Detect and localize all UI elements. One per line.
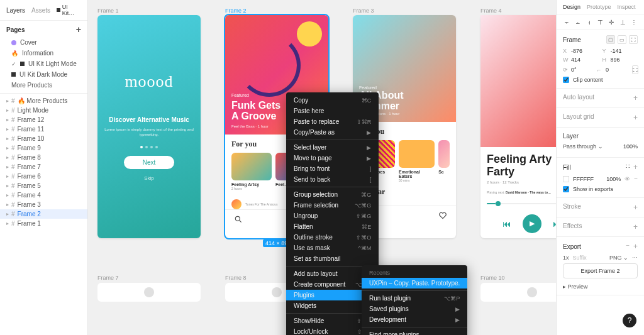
frame10-label[interactable]: Frame 10 bbox=[480, 275, 505, 281]
layout-grid-section[interactable]: Layout grid+ bbox=[557, 108, 644, 128]
x-input[interactable] bbox=[571, 48, 594, 54]
tab-assets[interactable]: Assets bbox=[31, 7, 50, 14]
resize-fill-icon[interactable]: ⛶ bbox=[629, 35, 638, 44]
menu-item[interactable]: Development▶ bbox=[362, 314, 467, 325]
frame4[interactable]: Art by Jean Li ⌄ Feeling ArtyFarty 2 hou… bbox=[480, 15, 556, 238]
layer-item[interactable]: ▸#Frame 5 bbox=[0, 181, 87, 190]
add-grid-icon[interactable]: + bbox=[633, 113, 638, 122]
search-icon[interactable] bbox=[234, 215, 243, 224]
remove-export-icon[interactable]: − bbox=[626, 242, 630, 251]
blend-mode-select[interactable]: Pass through ⌄ bbox=[563, 143, 603, 150]
tab-inspect[interactable]: Inspect bbox=[618, 4, 636, 10]
menu-item[interactable]: Find more plugins... bbox=[362, 329, 467, 335]
layer-item[interactable]: ▸#Frame 4 bbox=[0, 190, 87, 200]
playlist-card[interactable]: Sc bbox=[438, 140, 450, 182]
layer-item[interactable]: ▸#Frame 6 bbox=[0, 172, 87, 181]
stroke-section[interactable]: Stroke+ bbox=[557, 198, 644, 217]
align-hcenter-icon[interactable]: ⫠ bbox=[574, 18, 582, 26]
menu-item[interactable]: Outline stroke⇧⌘O bbox=[286, 232, 379, 243]
menu-item[interactable]: Copy⌘C bbox=[286, 95, 379, 106]
page-light-mode[interactable]: ✓UI Kit Light Mode bbox=[0, 58, 87, 69]
menu-item[interactable]: Run last plugin⌥⌘P bbox=[362, 293, 467, 304]
w-input[interactable] bbox=[571, 57, 594, 63]
effects-section[interactable]: Effects+ bbox=[557, 217, 644, 237]
menu-item[interactable]: Set as thumbnail bbox=[286, 253, 379, 264]
menu-item[interactable]: Select layer▶ bbox=[286, 142, 379, 153]
layer-item[interactable]: ▸#Frame 2 bbox=[0, 209, 87, 219]
align-bottom-icon[interactable]: ⊥ bbox=[619, 18, 626, 26]
resize-fixed-icon[interactable]: ▢ bbox=[606, 35, 615, 44]
scale-select[interactable]: 1x bbox=[563, 255, 569, 261]
layer-item[interactable]: ▸#Light Mode bbox=[0, 106, 87, 115]
menu-item[interactable]: Send to back[ bbox=[286, 174, 379, 185]
preview-toggle[interactable]: ▸ Preview bbox=[563, 283, 588, 290]
playlist-card[interactable]: Emotional Eaters50 mins bbox=[399, 140, 435, 182]
next-button[interactable]: Next bbox=[124, 156, 175, 169]
layer-item[interactable]: ▸#Frame 7 bbox=[0, 162, 87, 172]
show-exports-checkbox[interactable] bbox=[563, 186, 569, 192]
tab-prototype[interactable]: Prototype bbox=[587, 4, 611, 10]
skip-button[interactable]: Skip bbox=[144, 175, 154, 181]
export-options-icon[interactable]: ⋯ bbox=[632, 255, 638, 261]
add-fill-icon[interactable]: + bbox=[633, 163, 638, 172]
menu-item[interactable]: Group selection⌘G bbox=[286, 189, 379, 200]
menu-item[interactable]: Bring to front] bbox=[286, 163, 379, 174]
layer-item[interactable]: ▸#Frame 8 bbox=[0, 153, 87, 162]
auto-layout-section[interactable]: Auto layout+ bbox=[557, 89, 644, 108]
corner-details-icon[interactable]: ⛶ bbox=[632, 65, 638, 74]
frame1[interactable]: moood Discover Alternative Music Lorem i… bbox=[97, 15, 201, 238]
progress-bar[interactable] bbox=[487, 203, 556, 204]
radius-input[interactable] bbox=[606, 67, 628, 73]
frame7-label[interactable]: Frame 7 bbox=[97, 275, 119, 281]
help-button[interactable]: ? bbox=[623, 314, 636, 327]
h-input[interactable] bbox=[611, 57, 633, 63]
export-button[interactable]: Export Frame 2 bbox=[563, 263, 638, 278]
frame8-label[interactable]: Frame 8 bbox=[225, 275, 247, 281]
menu-item[interactable]: Paste here bbox=[286, 106, 379, 116]
fill-styles-icon[interactable]: ∷ bbox=[626, 163, 630, 172]
align-top-icon[interactable]: ⊤ bbox=[596, 18, 604, 26]
add-page-button[interactable]: + bbox=[76, 25, 81, 35]
playlist-card[interactable]: Feeling Artsy2 hours bbox=[231, 153, 272, 190]
add-stroke-icon[interactable]: + bbox=[633, 203, 638, 212]
layer-item[interactable]: ▸#Frame 10 bbox=[0, 134, 87, 143]
menu-item[interactable]: Copy/Paste as▶ bbox=[286, 127, 379, 138]
tab-design[interactable]: Design bbox=[563, 4, 580, 10]
layer-item[interactable]: ▸#🔥 More Products bbox=[0, 96, 87, 106]
clip-content-checkbox[interactable] bbox=[563, 77, 569, 83]
menu-item[interactable]: Frame selection⌥⌘G bbox=[286, 200, 379, 211]
menu-item[interactable]: Saved plugins▶ bbox=[362, 304, 467, 314]
layer-item[interactable]: ▸#Frame 1 bbox=[0, 219, 87, 228]
page-dark-mode[interactable]: UI Kit Dark Mode bbox=[0, 69, 87, 80]
menu-item[interactable]: Ungroup⇧⌘G bbox=[286, 211, 379, 221]
menu-item[interactable]: Paste to replace⇧⌘R bbox=[286, 116, 379, 127]
menu-item[interactable]: UXPin – Copy. Paste. Prototype. bbox=[362, 278, 467, 288]
frame4-label[interactable]: Frame 4 bbox=[480, 8, 502, 14]
page-chip[interactable]: UI Kit… bbox=[57, 4, 81, 16]
resize-hug-icon[interactable]: ▭ bbox=[618, 35, 626, 44]
frame2-label[interactable]: Frame 2 bbox=[225, 8, 247, 14]
page-information[interactable]: 🔥Information bbox=[0, 48, 87, 58]
eye-icon[interactable]: 👁 bbox=[625, 176, 630, 182]
play-button[interactable]: ▶ bbox=[523, 214, 541, 233]
menu-item[interactable]: Flatten⌘E bbox=[286, 221, 379, 232]
tab-layers[interactable]: Layers bbox=[6, 7, 25, 14]
frame10[interactable] bbox=[480, 283, 556, 302]
add-export-icon[interactable]: + bbox=[633, 242, 638, 251]
align-left-icon[interactable]: ⫟ bbox=[563, 18, 570, 26]
distribute-icon[interactable]: ⋮ bbox=[630, 18, 638, 26]
page-cover[interactable]: Cover bbox=[0, 37, 87, 48]
prev-track-icon[interactable]: ⏮ bbox=[502, 219, 511, 229]
remove-fill-icon[interactable]: − bbox=[634, 175, 638, 182]
add-autolayout-icon[interactable]: + bbox=[633, 94, 638, 102]
y-input[interactable] bbox=[611, 48, 633, 54]
menu-item[interactable]: Move to page▶ bbox=[286, 153, 379, 163]
layer-item[interactable]: ▸#Frame 9 bbox=[0, 143, 87, 153]
frame1-label[interactable]: Frame 1 bbox=[97, 8, 119, 14]
layer-item[interactable]: ▸#Frame 3 bbox=[0, 200, 87, 209]
format-select[interactable]: PNG ⌄ bbox=[609, 255, 628, 261]
add-effect-icon[interactable]: + bbox=[633, 222, 638, 231]
fill-hex[interactable]: FFFFFF bbox=[573, 176, 594, 182]
rotation-input[interactable] bbox=[571, 67, 594, 73]
plugins-submenu[interactable]: RecentsUXPin – Copy. Paste. Prototype.Ru… bbox=[362, 265, 467, 335]
